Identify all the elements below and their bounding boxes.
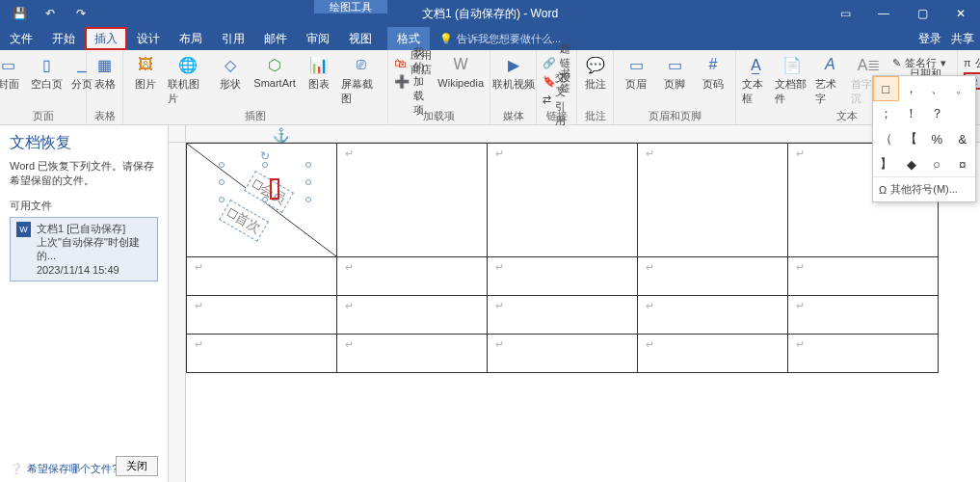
ribbon-tabs: 文件 开始 插入 设计 布局 引用 邮件 审阅 视图 格式 💡告诉我您想要做什么…	[0, 27, 980, 50]
share-button[interactable]: 共享	[951, 31, 974, 47]
recovery-close-button[interactable]: 关闭	[116, 456, 158, 476]
ribbon-options-button[interactable]: ▭	[826, 0, 864, 27]
pi-icon: π	[964, 57, 971, 68]
symbol-cell[interactable]: ¤	[950, 151, 976, 176]
shapes-button[interactable]: ◇形状	[214, 54, 247, 92]
titlebar: 💾 ↶ ↷ 绘图工具 文档1 (自动保存的) - Word ▭ — ▢ ✕	[0, 0, 980, 27]
tab-mailings[interactable]: 邮件	[254, 27, 297, 50]
table-cell[interactable]: ↵	[638, 296, 788, 335]
ruler-corner	[169, 125, 186, 143]
tab-layout[interactable]: 布局	[170, 27, 212, 50]
pictures-button[interactable]: 🖼图片	[129, 54, 162, 92]
group-label-text: 文本	[836, 109, 858, 123]
header-button[interactable]: ▭页眉	[620, 54, 652, 92]
redo-button[interactable]: ↷	[69, 2, 93, 25]
symbol-cell[interactable]: 。	[950, 76, 976, 101]
crossref-button[interactable]: ⇄交叉引用	[543, 91, 570, 108]
table-cell[interactable]: ↵	[788, 335, 939, 373]
wordart-button[interactable]: A艺术字	[815, 54, 846, 106]
symbol-cell[interactable]: %	[924, 126, 950, 151]
rotate-handle[interactable]: ↻	[260, 149, 270, 163]
tell-me-search[interactable]: 💡告诉我您想要做什么...	[430, 32, 561, 46]
undo-button[interactable]: ↶	[39, 2, 62, 25]
table-cell[interactable]: ↵	[788, 296, 939, 335]
recovery-file-item[interactable]: W 文档1 [已自动保存] 上次"自动保存"时创建的... 2023/11/14…	[10, 217, 158, 281]
cover-page-button[interactable]: ▭封面	[0, 54, 25, 92]
vertical-ruler[interactable]	[169, 143, 186, 482]
horizontal-ruler[interactable]	[186, 125, 980, 143]
selection-handles[interactable]: ↻	[222, 165, 308, 200]
link-icon: 🔗	[543, 57, 556, 69]
table-cell[interactable]: ↵	[187, 335, 337, 373]
pen-icon: ✎	[892, 57, 901, 69]
symbol-cell[interactable]: □	[873, 76, 899, 101]
bookmark-icon: 🔖	[543, 75, 556, 88]
table-cell[interactable]: ↵	[488, 144, 638, 257]
symbol-dropdown: □ ， 、 。 ； ！ ？ （ 【 % & 】 ◆ ○ ¤ Ω其他符号(M)..…	[872, 75, 976, 202]
tab-design[interactable]: 设计	[127, 27, 170, 50]
table-cell[interactable]: ↵	[187, 257, 337, 296]
symbol-cell[interactable]	[950, 101, 976, 126]
wikipedia-button[interactable]: WWikipedia	[437, 54, 484, 89]
textbox-button[interactable]: A̲文本框	[742, 54, 769, 106]
smartart-button[interactable]: ⬡SmartArt	[252, 54, 297, 89]
symbol-cell[interactable]: ○	[924, 151, 950, 176]
symbol-cell[interactable]: &	[950, 126, 976, 151]
symbol-cell[interactable]: ？	[924, 101, 950, 126]
chart-button[interactable]: 📊图表	[303, 54, 335, 92]
ribbon: ▭封面 ▯空白页 ⎯分页 页面 ▦表格 表格 🖼图片 🌐联机图片 ◇形状 ⬡Sm…	[0, 50, 980, 125]
login-link[interactable]: 登录	[918, 31, 941, 47]
footer-button[interactable]: ▭页脚	[658, 54, 691, 92]
table-cell[interactable]: ↵	[337, 257, 488, 296]
symbol-cell[interactable]: （	[873, 126, 899, 151]
my-addins-button[interactable]: ➕我的加载项	[394, 72, 432, 90]
table-button[interactable]: ▦表格	[89, 54, 121, 92]
group-label-media: 媒体	[503, 109, 524, 123]
tab-file[interactable]: 文件	[0, 27, 42, 50]
restore-button[interactable]: ▢	[903, 0, 941, 27]
document-table[interactable]: □会员 □首次 ↻ ⧉ ↵	[186, 143, 939, 373]
table-cell[interactable]: ↵	[488, 296, 638, 335]
window-title: 文档1 (自动保存的) - Word	[422, 6, 558, 22]
tab-view[interactable]: 视图	[339, 27, 382, 50]
more-symbols-button[interactable]: Ω其他符号(M)...	[873, 176, 975, 201]
tab-review[interactable]: 审阅	[297, 27, 339, 50]
blank-page-button[interactable]: ▯空白页	[31, 54, 64, 92]
document-canvas[interactable]: ⚓ □会员 □首次 ↻	[169, 125, 980, 482]
table-cell[interactable]: ↵	[488, 257, 638, 296]
table-cell[interactable]: ↵	[337, 144, 488, 257]
table-cell[interactable]: ↵	[187, 296, 337, 335]
tab-home[interactable]: 开始	[42, 27, 85, 50]
group-label-comments: 批注	[585, 109, 606, 123]
table-cell[interactable]: ↵	[788, 257, 939, 296]
equation-button[interactable]: π公式 ▾	[964, 54, 980, 71]
online-video-button[interactable]: ▶联机视频	[492, 54, 535, 92]
table-cell[interactable]: ↵	[488, 335, 638, 373]
symbol-cell[interactable]: ；	[873, 101, 899, 126]
symbol-cell[interactable]: ◆	[899, 151, 925, 176]
omega-icon: Ω	[879, 184, 887, 196]
minimize-button[interactable]: —	[864, 0, 903, 27]
symbol-cell[interactable]: 、	[924, 76, 950, 101]
comment-button[interactable]: 💬批注	[579, 54, 612, 92]
online-pictures-button[interactable]: 🌐联机图片	[168, 54, 208, 106]
table-cell[interactable]: ↵	[638, 257, 788, 296]
table-cell[interactable]: ↵	[638, 335, 788, 373]
save-button[interactable]: 💾	[8, 2, 31, 25]
symbol-cell[interactable]: 】	[873, 151, 899, 176]
table-cell-diagonal[interactable]: □会员 □首次 ↻ ⧉	[187, 144, 337, 257]
quick-parts-button[interactable]: 📄文档部件	[775, 54, 808, 106]
table-cell[interactable]: ↵	[638, 144, 788, 257]
word-icon: W	[16, 222, 31, 237]
tab-insert[interactable]: 插入	[85, 27, 127, 50]
recovery-title: 文档恢复	[10, 133, 158, 153]
symbol-cell[interactable]: ！	[899, 101, 925, 126]
symbol-cell[interactable]: ，	[899, 76, 925, 101]
screenshot-button[interactable]: ⎚屏幕截图	[341, 54, 382, 106]
tab-references[interactable]: 引用	[212, 27, 254, 50]
table-cell[interactable]: ↵	[337, 296, 488, 335]
symbol-cell[interactable]: 【	[899, 126, 925, 151]
table-cell[interactable]: ↵	[337, 335, 488, 373]
close-window-button[interactable]: ✕	[941, 0, 980, 27]
page-number-button[interactable]: #页码	[697, 54, 729, 92]
